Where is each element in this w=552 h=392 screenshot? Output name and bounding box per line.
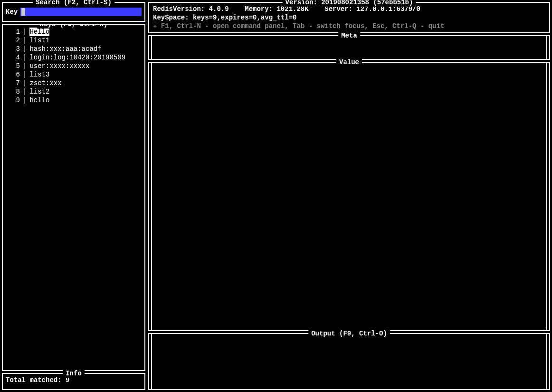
search-panel: Search (F2, Ctrl-S) Key — [2, 2, 145, 22]
key-row[interactable]: 5|user:xxxx:xxxxx — [6, 62, 142, 70]
search-key-label: Key — [6, 8, 18, 16]
key-separator: | — [20, 79, 29, 87]
key-name: zset:xxx — [29, 79, 61, 87]
key-name: user:xxxx:xxxxx — [29, 62, 89, 70]
key-separator: | — [20, 96, 29, 105]
info-panel: Info Total matched: 9 — [2, 373, 145, 390]
key-separator: | — [20, 62, 29, 70]
key-name: Hello — [29, 28, 49, 36]
key-index: 3 — [7, 45, 20, 53]
key-index: 7 — [7, 79, 20, 87]
key-index: 2 — [7, 36, 20, 45]
key-row[interactable]: 1|Hello — [6, 28, 142, 36]
key-separator: | — [20, 53, 29, 62]
value-panel-title: Value — [336, 58, 362, 67]
keys-panel: Keys (F3, Ctrl-K) 1|Hello2|list13|hash:x… — [2, 24, 145, 371]
key-index: 9 — [7, 96, 20, 105]
output-panel: Output (F9, Ctrl-O) — [148, 333, 550, 390]
key-separator: | — [20, 87, 29, 96]
meta-panel-title: Meta — [338, 31, 360, 40]
info-panel-title: Info — [63, 369, 85, 378]
key-name: hello — [29, 96, 49, 105]
key-index: 1 — [7, 28, 20, 36]
search-input[interactable] — [20, 8, 142, 16]
meta-panel: Meta — [148, 35, 550, 60]
key-row[interactable]: 8|list2 — [6, 87, 142, 96]
key-index: 6 — [7, 70, 20, 79]
header-keyspace-line: KeySpace: keys=9,expires=0,avg_ttl=0 — [153, 13, 545, 22]
key-row[interactable]: 4|login:log:10420:20190509 — [6, 53, 142, 62]
keys-list: 1|Hello2|list13|hash:xxx:aaa:acadf4|logi… — [6, 28, 142, 105]
key-separator: | — [20, 45, 29, 53]
key-separator: | — [20, 28, 29, 36]
key-row[interactable]: 9|hello — [6, 96, 142, 105]
value-panel: Value — [148, 62, 550, 331]
header-version-title: Version: 201908021358 (57ebb51b) — [283, 0, 416, 7]
key-name: hash:xxx:aaa:acadf — [29, 45, 101, 53]
key-index: 5 — [7, 62, 20, 70]
key-row[interactable]: 7|zset:xxx — [6, 79, 142, 87]
keys-panel-title: Keys (F3, Ctrl-K) — [37, 24, 111, 29]
search-panel-title: Search (F2, Ctrl-S) — [33, 0, 114, 7]
header-panel: Version: 201908021358 (57ebb51b) RedisVe… — [148, 2, 550, 33]
key-name: list1 — [29, 36, 49, 45]
key-separator: | — [20, 36, 29, 45]
output-panel-title: Output (F9, Ctrl-O) — [308, 329, 390, 338]
key-name: list3 — [29, 70, 49, 79]
key-name: list2 — [29, 87, 49, 96]
key-index: 4 — [7, 53, 20, 62]
key-separator: | — [20, 70, 29, 79]
key-index: 8 — [7, 87, 20, 96]
key-row[interactable]: 2|list1 — [6, 36, 142, 45]
key-row[interactable]: 6|list3 — [6, 70, 142, 79]
key-row[interactable]: 3|hash:xxx:aaa:acadf — [6, 45, 142, 53]
header-hint-line: ✳ F1, Ctrl-N - open command panel, Tab -… — [153, 22, 545, 30]
key-name: login:log:10420:20190509 — [29, 53, 125, 62]
